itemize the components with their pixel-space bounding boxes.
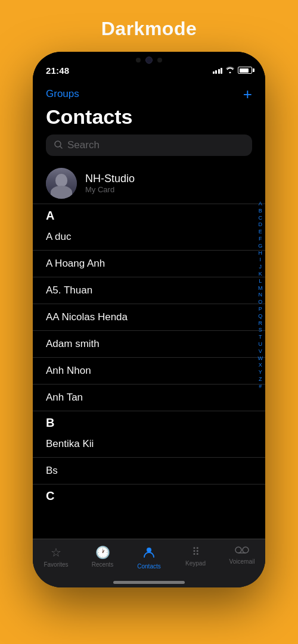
contact-item[interactable]: A Hoang Anh (33, 251, 265, 277)
alpha-y[interactable]: Y (259, 369, 262, 376)
alpha-x[interactable]: X (259, 362, 262, 368)
contact-item[interactable]: A5. Thuan (33, 277, 265, 304)
contact-item[interactable]: A duc (33, 224, 265, 251)
avatar (46, 168, 77, 199)
notch-camera (145, 57, 153, 64)
search-bar[interactable]: Search (46, 135, 252, 156)
my-card-subtitle: My Card (85, 185, 135, 194)
notch-dot-right (157, 58, 162, 62)
notch (110, 52, 188, 68)
alpha-s[interactable]: S (259, 327, 262, 333)
voicemail-icon (235, 545, 249, 557)
tab-favorites[interactable]: ☆ Favorites (33, 545, 79, 568)
avatar-silhouette (46, 168, 77, 199)
alpha-t[interactable]: T (259, 334, 262, 340)
wifi-icon (225, 66, 235, 75)
contacts-icon (142, 545, 156, 561)
alpha-i[interactable]: I (259, 257, 261, 263)
tab-recents[interactable]: 🕐 Recents (79, 545, 126, 568)
search-icon (54, 140, 63, 151)
alpha-h[interactable]: H (259, 250, 263, 257)
contact-name: AA Nicolas Henda (46, 311, 128, 323)
contact-name: Bs (46, 465, 58, 476)
add-contact-button[interactable]: + (243, 86, 252, 102)
alpha-q[interactable]: Q (258, 313, 262, 320)
tab-voicemail[interactable]: Voicemail (219, 545, 265, 565)
favorites-label: Favorites (44, 561, 68, 568)
battery-icon (238, 67, 252, 74)
contact-name: A5. Thuan (46, 285, 92, 296)
favorites-icon: ☆ (51, 545, 61, 559)
alpha-f[interactable]: F (259, 236, 262, 242)
keypad-label: Keypad (185, 560, 206, 567)
my-card[interactable]: NH-Studio My Card (33, 163, 265, 204)
alpha-m[interactable]: M (258, 285, 263, 292)
my-card-name: NH-Studio (85, 173, 135, 185)
phone-frame: 21:48 Groups + (33, 52, 265, 587)
tab-contacts[interactable]: Contacts (126, 545, 172, 570)
alpha-p[interactable]: P (259, 306, 262, 312)
svg-line-1 (60, 146, 62, 148)
alpha-a[interactable]: A (259, 201, 262, 207)
svg-point-3 (235, 547, 241, 553)
search-placeholder-text: Search (67, 139, 100, 151)
alpha-l[interactable]: L (259, 278, 262, 285)
contact-item[interactable]: Anh Tan (33, 384, 265, 411)
contact-name: Adam smith (46, 338, 100, 349)
section-header-a: A (33, 204, 265, 224)
contact-item[interactable]: Bentika Kii (33, 431, 265, 458)
groups-button[interactable]: Groups (46, 88, 79, 100)
signal-icon (213, 67, 223, 74)
contacts-title: Contacts (33, 104, 265, 135)
alpha-z[interactable]: Z (259, 376, 262, 383)
alpha-v[interactable]: V (259, 348, 262, 355)
contact-item[interactable]: Anh Nhon (33, 358, 265, 384)
contact-name: A duc (46, 231, 72, 242)
alpha-c[interactable]: C (259, 215, 263, 221)
contact-item[interactable]: Adam smith (33, 331, 265, 358)
notch-dot-left (136, 58, 141, 62)
app-content: Groups + Contacts Search NH-Studio My Ca… (33, 82, 265, 539)
alpha-r[interactable]: R (259, 320, 263, 327)
nav-bar: Groups + (33, 82, 265, 104)
tab-bar: ☆ Favorites 🕐 Recents Contacts ⠿ Keypad (33, 539, 265, 587)
recents-label: Recents (92, 561, 114, 568)
contact-name: Anh Nhon (46, 365, 91, 376)
alpha-o[interactable]: O (258, 299, 262, 305)
alpha-e[interactable]: E (259, 229, 262, 235)
alpha-g[interactable]: G (258, 243, 262, 249)
alpha-u[interactable]: U (259, 341, 263, 348)
section-header-c: C (33, 484, 265, 504)
battery-fill (240, 68, 249, 73)
status-time: 21:48 (46, 65, 69, 76)
alpha-k[interactable]: K (259, 271, 262, 277)
alphabet-index[interactable]: A B C D E F G H I J K L M N O P Q R S T … (258, 201, 263, 390)
section-header-b: B (33, 411, 265, 431)
contact-name: A Hoang Anh (46, 258, 105, 269)
my-card-info: NH-Studio My Card (85, 173, 135, 194)
contact-name: Anh Tan (46, 392, 83, 403)
status-icons (213, 66, 253, 75)
contact-item[interactable]: AA Nicolas Henda (33, 304, 265, 331)
contact-name: Bentika Kii (46, 438, 94, 449)
page-title-label: Darkmode (101, 18, 197, 40)
recents-icon: 🕐 (95, 545, 110, 559)
contacts-tab-label: Contacts (137, 563, 160, 570)
alpha-j[interactable]: J (259, 264, 262, 270)
alpha-n[interactable]: N (259, 292, 263, 298)
keypad-icon: ⠿ (192, 545, 199, 558)
alpha-hash[interactable]: # (259, 383, 262, 390)
contacts-list: A A duc A Hoang Anh A5. Thuan AA Nicolas… (33, 204, 265, 504)
home-indicator (113, 581, 185, 584)
svg-point-2 (147, 548, 151, 552)
tab-keypad[interactable]: ⠿ Keypad (172, 545, 219, 567)
alpha-w[interactable]: W (258, 355, 263, 362)
alpha-b[interactable]: B (259, 208, 262, 214)
svg-point-4 (243, 547, 249, 553)
contact-item[interactable]: Bs (33, 458, 265, 484)
alpha-d[interactable]: D (259, 221, 263, 228)
voicemail-label: Voicemail (229, 558, 255, 565)
